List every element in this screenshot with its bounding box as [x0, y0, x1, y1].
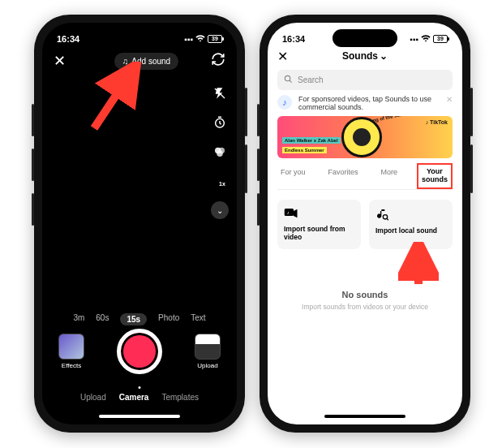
mode-camera[interactable]: Camera	[119, 393, 149, 402]
svg-line-10	[94, 70, 133, 128]
svg-text:♪: ♪	[287, 210, 290, 215]
status-time: 16:34	[57, 34, 79, 44]
info-text: For sponsored videos, tap Sounds to use …	[298, 95, 453, 111]
sounds-screen: 16:34 ▪▪▪ 39 ✕ Sounds ⌄ Search ♪	[268, 23, 462, 424]
flip-camera-icon[interactable]	[211, 52, 225, 70]
tab-for-you[interactable]: For you	[277, 163, 309, 189]
speed-icon[interactable]: 1x	[211, 172, 229, 190]
duration-3m[interactable]: 3m	[73, 313, 84, 325]
upload-thumb	[195, 334, 221, 360]
effects-button[interactable]: Effects	[58, 334, 84, 369]
tab-favorites[interactable]: Favorites	[324, 163, 361, 189]
info-icon: ♪	[277, 95, 292, 110]
signal-icon: ▪▪▪	[184, 35, 193, 44]
duration-60s[interactable]: 60s	[96, 313, 109, 325]
empty-subtitle: Import sounds from videos or your device	[268, 303, 462, 311]
mode-indicator-dot	[139, 386, 141, 389]
battery-icon: 39	[433, 35, 448, 43]
mode-upload[interactable]: Upload	[80, 393, 106, 402]
camera-tools: 1x ⌄	[211, 84, 229, 219]
timer-icon[interactable]	[211, 114, 229, 131]
home-indicator	[324, 415, 405, 418]
svg-point-6	[285, 75, 290, 80]
tab-more[interactable]: More	[377, 163, 401, 189]
wifi-icon	[421, 35, 431, 44]
page-title[interactable]: Sounds ⌄	[342, 50, 388, 62]
svg-point-4	[217, 151, 223, 157]
search-placeholder: Search	[298, 75, 324, 84]
promo-avatar	[353, 128, 371, 146]
close-banner-icon[interactable]: ✕	[446, 95, 453, 104]
local-sound-icon	[375, 208, 446, 223]
duration-photo[interactable]: Photo	[158, 313, 179, 325]
upload-button[interactable]: Upload	[195, 334, 221, 369]
info-banner: ♪ For sponsored videos, tap Sounds to us…	[277, 95, 453, 111]
record-button[interactable]	[117, 329, 162, 374]
import-from-video-button[interactable]: ♪ Import sound from video	[277, 200, 361, 249]
video-sound-icon: ♪	[284, 208, 354, 222]
search-input[interactable]: Search	[277, 70, 453, 90]
device-notch	[333, 29, 397, 47]
mode-templates[interactable]: Templates	[161, 393, 199, 402]
import-video-label: Import sound from video	[284, 225, 354, 241]
close-icon[interactable]: ✕	[54, 52, 66, 70]
device-notch	[107, 29, 172, 47]
empty-state: No sounds Import sounds from videos or y…	[268, 290, 462, 311]
import-local-label: Import local sound	[375, 226, 446, 235]
annotation-arrow-2	[398, 242, 439, 291]
annotation-arrow-1	[88, 62, 144, 135]
close-icon[interactable]: ✕	[277, 49, 288, 64]
effects-label: Effects	[62, 362, 81, 369]
battery-icon: 39	[208, 35, 222, 43]
mode-selector: Upload Camera Templates	[42, 393, 237, 402]
status-icons: ▪▪▪ 39	[184, 35, 222, 44]
promo-tag-artist: Alan Walker x Zak Abel	[282, 137, 341, 144]
search-icon	[284, 75, 293, 85]
effects-thumb	[58, 334, 84, 360]
svg-point-9	[383, 214, 387, 218]
signal-icon: ▪▪▪	[410, 35, 418, 44]
chevron-down-icon: ⌄	[380, 50, 388, 62]
home-indicator	[99, 415, 180, 418]
status-icons: ▪▪▪ 39	[410, 35, 448, 44]
duration-text[interactable]: Text	[191, 313, 205, 325]
tiktok-logo: ♪ TikTok	[426, 119, 448, 125]
tab-bar: For you Favorites More Yoursounds	[277, 163, 453, 190]
status-time: 16:34	[282, 34, 305, 44]
tab-your-sounds[interactable]: Yoursounds	[417, 163, 453, 189]
duration-selector: 3m 60s 15s Photo Text	[42, 313, 237, 325]
promo-banner[interactable]: song of the summer ♪ TikTok Alan Walker …	[277, 116, 453, 158]
duration-15s[interactable]: 15s	[120, 313, 147, 325]
control-row: Effects Upload	[42, 329, 237, 374]
filters-icon[interactable]	[211, 143, 229, 161]
empty-title: No sounds	[268, 290, 462, 299]
flash-icon[interactable]	[211, 84, 229, 102]
chevron-down-icon[interactable]: ⌄	[211, 201, 229, 219]
upload-label: Upload	[197, 362, 217, 369]
wifi-icon	[195, 35, 205, 44]
promo-tag-song: Endless Summer	[282, 147, 327, 153]
